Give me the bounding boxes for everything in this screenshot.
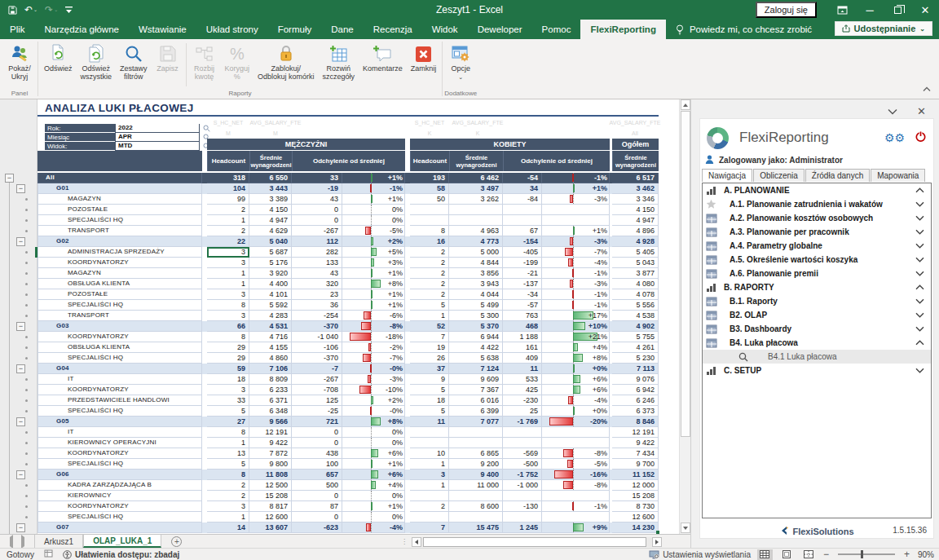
- cell-total-avg-salary[interactable]: 5 556: [612, 300, 659, 311]
- cell-men-deviation-pct[interactable]: +6%: [342, 448, 405, 459]
- cell-total-avg-salary[interactable]: 4 896: [612, 226, 659, 236]
- cell-women-deviation[interactable]: [503, 438, 542, 448]
- cell-men-deviation[interactable]: -1 040: [292, 332, 342, 342]
- cell-men-headcount[interactable]: 8: [207, 300, 249, 311]
- cell-total-avg-salary[interactable]: 3 462: [612, 183, 659, 194]
- zoom-out-button[interactable]: −: [823, 550, 829, 558]
- cell-men-avg-salary[interactable]: 5 592: [249, 300, 292, 311]
- cell-men-deviation[interactable]: 133: [292, 258, 342, 268]
- cell-total-avg-salary[interactable]: 7 434: [612, 448, 659, 459]
- outline-collapse-button[interactable]: −: [16, 364, 25, 373]
- view-page-layout-icon[interactable]: [779, 549, 795, 560]
- cell-men-deviation-pct[interactable]: +1%: [342, 268, 405, 279]
- cell-women-deviation[interactable]: 34: [503, 183, 542, 194]
- cell-total-avg-salary[interactable]: 7 113: [612, 364, 659, 374]
- cell-men-deviation-pct[interactable]: -0%: [342, 406, 405, 417]
- view-normal-icon[interactable]: [757, 549, 773, 560]
- cell-men-headcount[interactable]: 8: [207, 332, 249, 342]
- tree-item[interactable]: A.1. Planowanie zatrudnienia i wakatów: [703, 197, 931, 211]
- cell-men-deviation-pct[interactable]: -0%: [342, 364, 405, 374]
- cell-men-headcount[interactable]: 22: [207, 236, 249, 247]
- cell-women-headcount[interactable]: 5: [410, 406, 449, 417]
- cell-men-headcount[interactable]: 2: [207, 480, 249, 491]
- cell-men-deviation-pct[interactable]: 0%: [342, 491, 405, 501]
- panel-close-icon[interactable]: ✕: [917, 105, 926, 117]
- cell-women-deviation-pct[interactable]: -1%: [542, 289, 610, 300]
- cell-women-deviation-pct[interactable]: +4%: [542, 342, 610, 353]
- cell-men-deviation[interactable]: 112: [292, 236, 342, 247]
- cell-men-avg-salary[interactable]: 6 550: [249, 173, 292, 183]
- cell-men-avg-salary[interactable]: 4 150: [249, 205, 292, 215]
- cell-men-deviation[interactable]: 43: [292, 194, 342, 205]
- cell-total-avg-salary[interactable]: 12 191: [612, 427, 659, 438]
- cell-women-deviation[interactable]: 468: [503, 321, 542, 332]
- vertical-scrollbar[interactable]: [679, 99, 690, 534]
- cell-men-avg-salary[interactable]: 4 101: [249, 289, 292, 300]
- cell-men-deviation[interactable]: 125: [292, 395, 342, 406]
- refresh-button[interactable]: Odśwież: [40, 41, 77, 89]
- cell-men-avg-salary[interactable]: 12 191: [249, 427, 292, 438]
- cell-total-avg-salary[interactable]: 4 080: [612, 279, 659, 289]
- filter-sets-button[interactable]: Zestawy filtrów: [116, 41, 152, 89]
- cell-women-deviation-pct[interactable]: +0%: [542, 364, 610, 374]
- cell-men-avg-salary[interactable]: 7 106: [249, 364, 292, 374]
- chevron-down-icon[interactable]: [915, 326, 924, 332]
- cell-men-deviation-pct[interactable]: +1%: [342, 300, 405, 311]
- row-label[interactable]: SPECJALIŚCI HQ: [37, 215, 202, 226]
- tree-item[interactable]: B4. Luka płacowa: [703, 336, 931, 350]
- row-label[interactable]: SPECJALIŚCI HQ: [37, 459, 202, 470]
- close-report-button[interactable]: Zamknij: [407, 41, 441, 89]
- cell-men-deviation[interactable]: 721: [292, 417, 342, 427]
- cell-women-headcount[interactable]: 50: [410, 194, 449, 205]
- cell-men-deviation[interactable]: -370: [292, 353, 342, 364]
- row-label[interactable]: IT: [37, 374, 202, 385]
- tab-narzedzia-glowne[interactable]: Narzędzia główne: [35, 20, 129, 39]
- cell-total-avg-salary[interactable]: 4 947: [612, 215, 659, 226]
- tree-item[interactable]: A.4. Parametry globalne: [703, 239, 931, 253]
- cell-women-avg-salary[interactable]: 9 400: [449, 470, 503, 480]
- cell-men-deviation-pct[interactable]: -2%: [342, 342, 405, 353]
- cell-women-avg-salary[interactable]: 5 370: [449, 321, 503, 332]
- cell-women-deviation-pct[interactable]: +0%: [542, 406, 610, 417]
- cell-women-headcount[interactable]: 2: [410, 258, 449, 268]
- cell-total-avg-salary[interactable]: 4 150: [612, 205, 659, 215]
- cell-men-avg-salary[interactable]: 12 600: [249, 512, 292, 523]
- row-label[interactable]: KOORDYNATORZY: [37, 501, 202, 512]
- panel-tab-obliczenia[interactable]: Obliczenia: [753, 169, 805, 182]
- cell-women-avg-salary[interactable]: [449, 215, 503, 226]
- panel-tab-mapowania[interactable]: Mapowania: [871, 169, 925, 182]
- cell-men-headcount[interactable]: 29: [207, 353, 249, 364]
- cell-men-headcount[interactable]: 318: [207, 173, 249, 183]
- cell-women-deviation-pct[interactable]: +6%: [542, 374, 610, 385]
- cell-women-deviation[interactable]: 763: [503, 311, 542, 321]
- cell-women-avg-salary[interactable]: 6 462: [449, 173, 503, 183]
- chevron-down-icon[interactable]: [915, 368, 924, 373]
- scroll-up-button[interactable]: [681, 99, 690, 110]
- row-label[interactable]: G01: [37, 183, 202, 194]
- cell-men-deviation-pct[interactable]: +2%: [342, 236, 405, 247]
- cell-women-avg-salary[interactable]: 5 300: [449, 311, 503, 321]
- cell-men-avg-salary[interactable]: 4 860: [249, 353, 292, 364]
- cell-women-avg-salary[interactable]: 5 638: [449, 353, 503, 364]
- cell-women-headcount[interactable]: 5: [410, 385, 449, 395]
- cell-women-avg-salary[interactable]: 4 422: [449, 342, 503, 353]
- cell-women-headcount[interactable]: 26: [410, 353, 449, 364]
- cell-women-avg-salary[interactable]: 9 609: [449, 374, 503, 385]
- tab-pomoc[interactable]: Pomoc: [532, 20, 581, 39]
- accessibility-status[interactable]: Ułatwienia dostępu: zbadaj: [63, 550, 179, 559]
- cell-women-deviation-pct[interactable]: +1%: [542, 183, 610, 194]
- cell-women-avg-salary[interactable]: 9 200: [449, 459, 503, 470]
- cell-women-deviation[interactable]: -57: [503, 300, 542, 311]
- cell-women-avg-salary[interactable]: 6 944: [449, 332, 503, 342]
- cell-men-deviation-pct[interactable]: 0%: [342, 438, 405, 448]
- cell-women-deviation[interactable]: -1 000: [503, 480, 542, 491]
- scroll-down-button[interactable]: [681, 523, 690, 533]
- chevron-down-icon[interactable]: [915, 243, 924, 249]
- cell-women-deviation[interactable]: -199: [503, 258, 542, 268]
- row-label[interactable]: ADMINISTRACJA SPRZEDAŻY: [37, 247, 202, 258]
- tree-item[interactable]: B. RAPORTY: [703, 280, 931, 294]
- cell-men-deviation[interactable]: -25: [292, 406, 342, 417]
- close-button[interactable]: ✕: [911, 0, 939, 20]
- cell-men-headcount[interactable]: 27: [207, 417, 249, 427]
- cell-men-deviation[interactable]: -267: [292, 374, 342, 385]
